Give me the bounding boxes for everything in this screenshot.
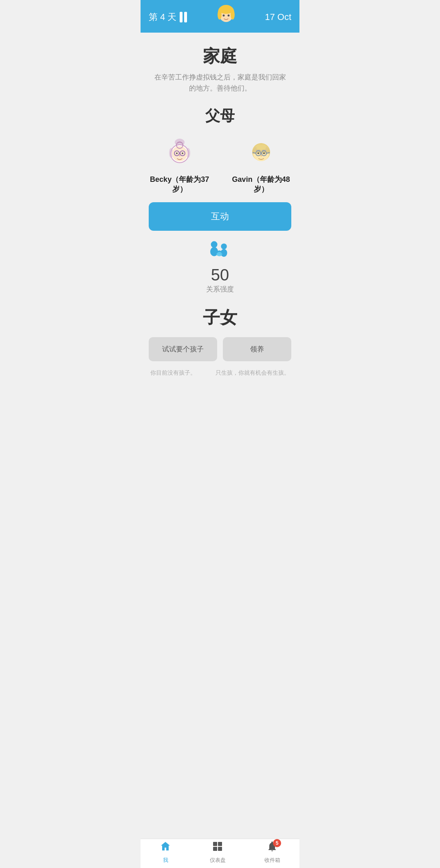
becky-emoji bbox=[165, 138, 194, 170]
children-buttons: 试试要个孩子 领养 bbox=[149, 337, 291, 361]
nav-home-label: 我 bbox=[163, 857, 168, 864]
svg-point-21 bbox=[256, 144, 266, 150]
svg-point-3 bbox=[218, 10, 222, 20]
svg-point-27 bbox=[257, 152, 259, 154]
try-child-button[interactable]: 试试要个孩子 bbox=[149, 337, 217, 361]
family-subtitle: 在辛苦工作挣虚拟钱之后，家庭是我们回家的地方。善待他们。 bbox=[149, 72, 291, 94]
svg-point-5 bbox=[222, 15, 224, 17]
main-content: 家庭 在辛苦工作挣虚拟钱之后，家庭是我们回家的地方。善待他们。 父母 bbox=[141, 33, 299, 417]
pause-bar-1 bbox=[180, 12, 183, 22]
day-label: 第 4 天 bbox=[149, 11, 176, 23]
avatar-svg bbox=[214, 3, 238, 28]
bottom-hint-left: 你目前没有孩子。 bbox=[150, 369, 196, 377]
pause-icon[interactable] bbox=[180, 12, 187, 22]
relationship-label: 关系强度 bbox=[206, 285, 234, 294]
svg-point-29 bbox=[260, 155, 262, 157]
becky-name: Becky（年龄为37岁） bbox=[149, 174, 210, 194]
relationship-section: 50 关系强度 bbox=[149, 241, 291, 294]
date-label: 17 Oct bbox=[265, 12, 291, 22]
svg-point-32 bbox=[221, 244, 227, 250]
app-header: 第 4 天 17 Oct bbox=[141, 0, 299, 33]
svg-point-33 bbox=[221, 249, 227, 257]
inbox-badge: 5 bbox=[273, 839, 281, 847]
relationship-number: 50 bbox=[211, 267, 229, 283]
svg-rect-39 bbox=[218, 847, 222, 851]
parent-gavin: Gavin（年龄为48岁） bbox=[231, 138, 291, 194]
family-title: 家庭 bbox=[149, 45, 291, 68]
svg-point-30 bbox=[211, 241, 218, 248]
pause-bar-2 bbox=[184, 12, 187, 22]
svg-point-6 bbox=[227, 15, 229, 17]
svg-rect-37 bbox=[218, 842, 222, 846]
gavin-emoji bbox=[247, 138, 275, 170]
nav-dashboard[interactable]: 仪表盘 bbox=[210, 841, 226, 864]
svg-rect-38 bbox=[213, 847, 217, 851]
bottom-hint-right: 只生孩，你就有机会有生孩。 bbox=[216, 369, 290, 377]
nav-home[interactable]: 我 bbox=[160, 841, 171, 864]
bell-wrapper: 5 bbox=[266, 841, 278, 855]
svg-point-28 bbox=[263, 152, 265, 154]
player-avatar[interactable] bbox=[214, 3, 238, 31]
parent-becky: Becky（年龄为37岁） bbox=[149, 138, 210, 194]
children-title: 子女 bbox=[149, 306, 291, 329]
parents-row: Becky（年龄为37岁） bbox=[149, 138, 291, 194]
svg-point-15 bbox=[176, 152, 178, 154]
svg-point-17 bbox=[179, 155, 180, 157]
bottom-navigation: 我 仪表盘 5 收件箱 bbox=[141, 839, 299, 868]
nav-inbox[interactable]: 5 收件箱 bbox=[264, 841, 280, 864]
bottom-hint: 你目前没有孩子。 只生孩，你就有机会有生孩。 bbox=[149, 369, 291, 377]
nav-dashboard-label: 仪表盘 bbox=[210, 857, 226, 864]
header-left: 第 4 天 bbox=[149, 11, 187, 23]
nav-inbox-label: 收件箱 bbox=[264, 857, 280, 864]
svg-point-4 bbox=[231, 10, 235, 20]
adopt-button[interactable]: 领养 bbox=[223, 337, 291, 361]
couple-icon bbox=[207, 241, 233, 263]
gavin-name: Gavin（年龄为48岁） bbox=[231, 174, 291, 194]
parents-title: 父母 bbox=[149, 106, 291, 126]
interact-button[interactable]: 互动 bbox=[149, 202, 291, 231]
svg-point-16 bbox=[182, 152, 183, 154]
dashboard-icon bbox=[212, 841, 223, 855]
svg-rect-36 bbox=[213, 842, 217, 846]
home-icon bbox=[160, 841, 171, 855]
